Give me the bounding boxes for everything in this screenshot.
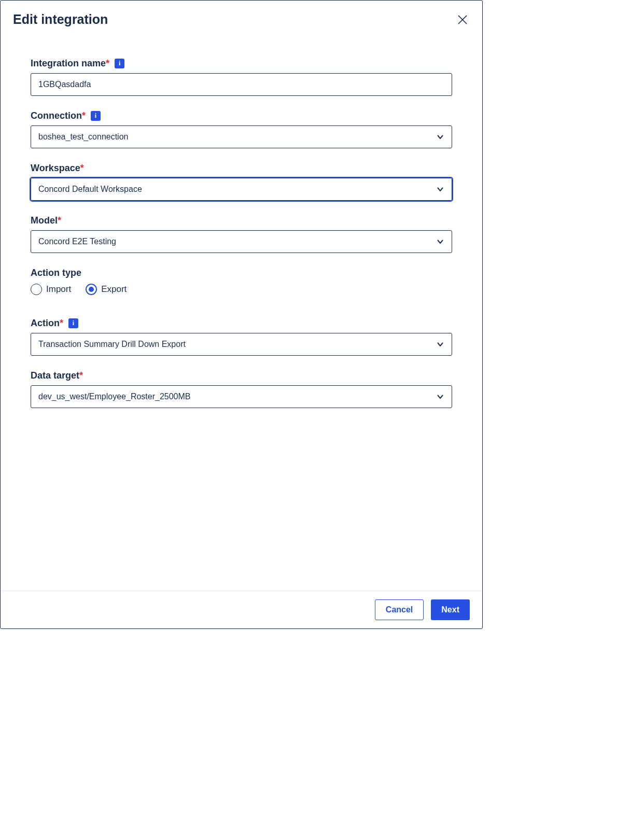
workspace-select[interactable]: Concord Default Workspace: [31, 178, 452, 201]
field-label-row: Model*: [31, 215, 452, 226]
field-label-row: Connection* i: [31, 110, 452, 121]
connection-value: boshea_test_connection: [38, 132, 128, 142]
connection-select[interactable]: boshea_test_connection: [31, 125, 452, 148]
connection-label: Connection*: [31, 110, 86, 121]
workspace-field: Workspace* Concord Default Workspace: [31, 163, 452, 201]
action-label: Action*: [31, 318, 63, 329]
field-label-row: Action* i: [31, 318, 452, 329]
modal-title: Edit integration: [13, 12, 108, 27]
required-indicator: *: [79, 370, 83, 381]
close-button[interactable]: [455, 12, 470, 27]
model-select[interactable]: Concord E2E Testing: [31, 230, 452, 253]
close-icon: [457, 14, 468, 25]
action-type-radio-group: Import Export: [31, 284, 452, 295]
field-label-row: Action type: [31, 268, 452, 278]
edit-integration-modal: Edit integration Integration name* i Con…: [0, 0, 483, 629]
info-icon[interactable]: i: [91, 111, 101, 121]
chevron-down-icon: [436, 133, 444, 141]
modal-header: Edit integration: [1, 1, 482, 27]
required-indicator: *: [80, 163, 84, 173]
modal-footer: Cancel Next: [1, 591, 482, 628]
chevron-down-icon: [436, 185, 444, 193]
radio-circle-icon: [86, 284, 97, 295]
model-value: Concord E2E Testing: [38, 237, 116, 246]
radio-export[interactable]: Export: [86, 284, 127, 295]
data-target-select[interactable]: dev_us_west/Employee_Roster_2500MB: [31, 385, 452, 408]
integration-name-label: Integration name*: [31, 58, 109, 69]
cancel-button[interactable]: Cancel: [375, 599, 424, 620]
data-target-field: Data target* dev_us_west/Employee_Roster…: [31, 370, 452, 408]
integration-name-input[interactable]: [31, 73, 452, 96]
radio-import[interactable]: Import: [31, 284, 71, 295]
radio-dot-icon: [89, 287, 94, 292]
action-type-field: Action type Import Export: [31, 268, 452, 295]
modal-body: Integration name* i Connection* i boshea…: [1, 27, 482, 591]
radio-circle-icon: [31, 284, 42, 295]
required-indicator: *: [106, 58, 109, 68]
chevron-down-icon: [436, 393, 444, 401]
field-label-row: Workspace*: [31, 163, 452, 174]
required-indicator: *: [82, 110, 86, 121]
radio-import-label: Import: [46, 284, 71, 295]
field-label-row: Integration name* i: [31, 58, 452, 69]
model-label: Model*: [31, 215, 61, 226]
data-target-label: Data target*: [31, 370, 83, 381]
field-label-row: Data target*: [31, 370, 452, 381]
info-icon[interactable]: i: [115, 59, 124, 68]
model-field: Model* Concord E2E Testing: [31, 215, 452, 253]
action-select[interactable]: Transaction Summary Drill Down Export: [31, 333, 452, 356]
action-value: Transaction Summary Drill Down Export: [38, 340, 186, 349]
required-indicator: *: [58, 215, 61, 226]
chevron-down-icon: [436, 237, 444, 246]
action-type-label: Action type: [31, 268, 81, 278]
connection-field: Connection* i boshea_test_connection: [31, 110, 452, 148]
action-field: Action* i Transaction Summary Drill Down…: [31, 318, 452, 356]
chevron-down-icon: [436, 340, 444, 348]
workspace-label: Workspace*: [31, 163, 84, 174]
required-indicator: *: [60, 318, 63, 328]
data-target-value: dev_us_west/Employee_Roster_2500MB: [38, 392, 191, 401]
workspace-value: Concord Default Workspace: [38, 185, 142, 194]
integration-name-field: Integration name* i: [31, 58, 452, 96]
next-button[interactable]: Next: [431, 599, 470, 620]
info-icon[interactable]: i: [68, 318, 78, 328]
radio-export-label: Export: [101, 284, 127, 295]
